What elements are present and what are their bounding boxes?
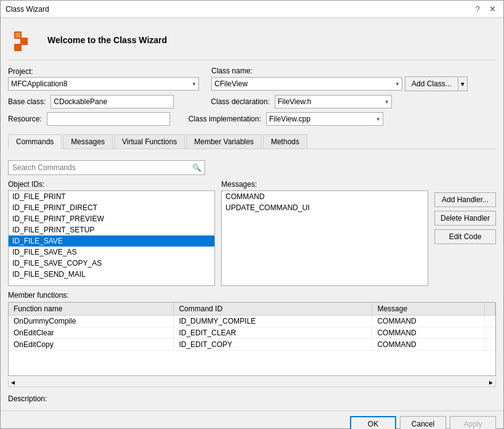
table-row[interactable]: OnDummyCompile ID_DUMMY_COMPILE COMMAND <box>9 316 495 327</box>
cell-scroll <box>485 339 495 351</box>
cell-function-name: OnEditClear <box>9 327 174 339</box>
cell-function-name: OnDummyCompile <box>9 316 174 327</box>
cell-command-id: ID_EDIT_CLEAR <box>174 327 372 339</box>
add-handler-button[interactable]: Add Handler... <box>434 192 496 207</box>
tab-member-variables[interactable]: Member Variables <box>186 134 261 149</box>
list-item[interactable]: ID_FILE_PRINT_DIRECT <box>9 202 214 213</box>
tab-messages[interactable]: Messages <box>63 134 113 149</box>
wizard-logo-icon <box>9 27 36 54</box>
member-table-body: OnDummyCompile ID_DUMMY_COMPILE COMMAND … <box>9 316 495 351</box>
add-class-button-group: Add Class... ▼ <box>405 76 468 91</box>
object-ids-panel: Object IDs: ID_FILE_PRINT ID_FILE_PRINT_… <box>8 180 215 286</box>
window-title: Class Wizard <box>6 5 49 14</box>
tab-commands[interactable]: Commands <box>8 134 62 149</box>
cell-command-id: ID_EDIT_COPY <box>174 339 372 351</box>
col-function-name: Function name <box>9 303 174 316</box>
classname-select[interactable]: CFileView <box>211 77 402 91</box>
cell-message: COMMAND <box>372 316 485 327</box>
cell-message: COMMAND <box>372 327 485 339</box>
resource-label: Resource: <box>8 115 42 123</box>
footer: OK Cancel Apply <box>1 411 503 429</box>
cell-command-id: ID_DUMMY_COMPILE <box>174 316 372 327</box>
list-item[interactable]: ID_FILE_SEND_MAIL <box>9 269 214 280</box>
class-impl-field: Class implementation: FileView.cpp <box>189 112 383 126</box>
member-table-content: Function name Command ID Message OnDummy… <box>9 303 495 351</box>
scroll-left-arrow[interactable]: ◄ <box>10 379 16 386</box>
list-item[interactable]: COMMAND <box>222 191 428 202</box>
class-impl-select[interactable]: FileView.cpp <box>266 112 383 126</box>
base-class-field: Base class: <box>8 95 174 108</box>
class-decl-select-wrapper: FileView.h <box>275 95 392 108</box>
cancel-button[interactable]: Cancel <box>400 416 446 429</box>
list-item-selected[interactable]: ID_FILE_SAVE <box>9 235 214 247</box>
ok-button[interactable]: OK <box>350 416 396 429</box>
cell-message: COMMAND <box>372 339 485 351</box>
table-row[interactable]: OnEditCopy ID_EDIT_COPY COMMAND <box>9 339 495 351</box>
base-class-input[interactable] <box>51 95 174 108</box>
messages-label: Messages: <box>221 180 428 189</box>
add-class-button[interactable]: Add Class... <box>405 76 458 91</box>
member-table-header: Function name Command ID Message <box>9 303 495 316</box>
commands-tab-content: 🔍 Object IDs: ID_FILE_PRINT ID_FILE_PRIN… <box>8 155 496 403</box>
member-functions-section: Member functions: Function name Command … <box>8 291 496 387</box>
list-item[interactable]: ID_FILE_PRINT_SETUP <box>9 224 214 235</box>
table-row[interactable]: OnEditClear ID_EDIT_CLEAR COMMAND <box>9 327 495 339</box>
edit-code-button[interactable]: Edit Code <box>434 229 496 244</box>
table-header-row: Function name Command ID Message <box>9 303 495 316</box>
object-ids-listbox[interactable]: ID_FILE_PRINT ID_FILE_PRINT_DIRECT ID_FI… <box>8 190 215 286</box>
col-command-id: Command ID <box>174 303 372 316</box>
class-decl-select[interactable]: FileView.h <box>275 95 392 108</box>
tab-methods[interactable]: Methods <box>263 134 307 149</box>
messages-listbox[interactable]: COMMAND UPDATE_COMMAND_UI <box>221 190 428 286</box>
search-input[interactable] <box>8 160 205 175</box>
content-area: Welcome to the Class Wizard Project: MFC… <box>1 18 503 411</box>
class-impl-label: Class implementation: <box>189 115 261 123</box>
list-item[interactable]: ID_FILE_PRINT <box>9 191 214 202</box>
tab-bar: Commands Messages Virtual Functions Memb… <box>8 134 496 149</box>
class-impl-select-wrapper: FileView.cpp <box>266 112 383 126</box>
search-row: 🔍 <box>8 160 496 175</box>
cell-scroll <box>485 316 495 327</box>
project-label: Project: <box>8 67 199 76</box>
title-bar: Class Wizard ? ✕ <box>1 1 503 18</box>
add-class-dropdown-arrow[interactable]: ▼ <box>458 76 468 91</box>
project-field: Project: MFCApplication8 <box>8 67 199 91</box>
help-button[interactable]: ? <box>471 3 484 15</box>
base-decl-row: Base class: Class declaration: FileView.… <box>8 95 496 108</box>
commands-panels: Object IDs: ID_FILE_PRINT ID_FILE_PRINT_… <box>8 180 496 286</box>
class-wizard-window: Class Wizard ? ✕ Welcome to the Class Wi… <box>0 0 504 429</box>
tab-virtual-functions[interactable]: Virtual Functions <box>114 134 185 149</box>
member-functions-label: Member functions: <box>8 291 496 300</box>
description-row: Description: <box>8 394 496 403</box>
close-button[interactable]: ✕ <box>486 3 498 15</box>
list-item[interactable]: ID_FILE_SAVE_AS <box>9 247 214 258</box>
scroll-right-arrow[interactable]: ► <box>488 379 494 386</box>
member-functions-table[interactable]: Function name Command ID Message OnDummy… <box>8 302 496 376</box>
classname-label: Class name: <box>211 67 468 75</box>
messages-panel: Messages: COMMAND UPDATE_COMMAND_UI <box>221 180 428 286</box>
welcome-text: Welcome to the Class Wizard <box>47 35 167 45</box>
list-item[interactable]: UPDATE_COMMAND_UI <box>222 202 428 213</box>
horizontal-scrollbar[interactable]: ◄ ► <box>8 378 496 387</box>
class-decl-field: Class declaration: FileView.h <box>211 95 391 108</box>
scroll-placeholder <box>485 303 495 316</box>
project-select-wrapper: MFCApplication8 <box>8 77 199 91</box>
project-select[interactable]: MFCApplication8 <box>8 77 199 91</box>
base-class-label: Base class: <box>8 97 46 106</box>
wizard-icon <box>8 25 38 55</box>
list-item[interactable]: ID_FILE_SAVE_COPY_AS <box>9 258 214 269</box>
classname-select-wrapper: CFileView <box>211 77 402 91</box>
list-item[interactable]: ID_FILE_PRINT_PREVIEW <box>9 213 214 224</box>
classname-input-row: CFileView Add Class... ▼ <box>211 76 468 91</box>
delete-handler-button[interactable]: Delete Handler <box>434 211 496 226</box>
resource-input[interactable] <box>47 112 170 126</box>
search-wrapper: 🔍 <box>8 160 205 175</box>
col-message: Message <box>372 303 485 316</box>
resource-impl-row: Resource: Class implementation: FileView… <box>8 112 496 126</box>
title-bar-left: Class Wizard <box>6 5 49 14</box>
form-fields: Project: MFCApplication8 Class name: CFi… <box>8 67 496 126</box>
class-decl-label: Class declaration: <box>211 97 269 106</box>
svg-rect-2 <box>14 44 22 51</box>
object-ids-label: Object IDs: <box>8 180 215 189</box>
apply-button[interactable]: Apply <box>450 416 496 429</box>
